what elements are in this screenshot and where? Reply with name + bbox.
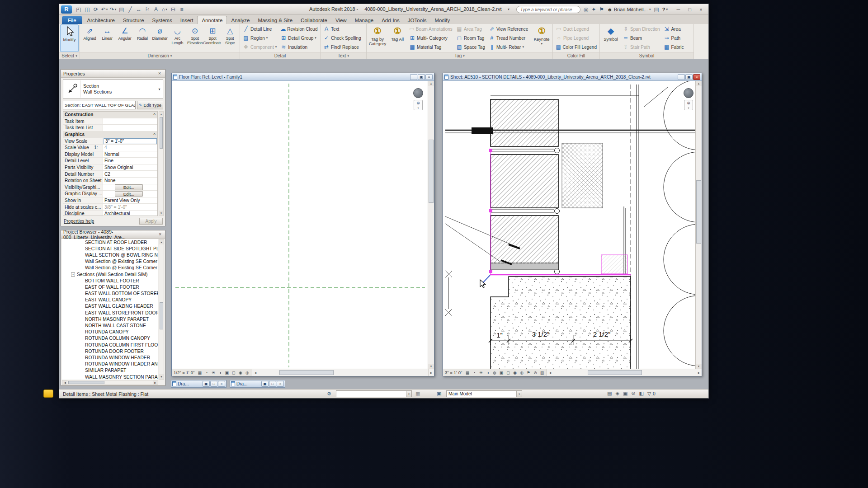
restore-icon[interactable]: ▣: [418, 74, 425, 80]
insulation-button[interactable]: ≋ Insulation: [278, 42, 319, 52]
exclude-options-icon[interactable]: ⊘: [631, 390, 635, 396]
design-options-status-icon[interactable]: ▣: [623, 390, 627, 396]
measure-icon[interactable]: ╱: [126, 5, 134, 14]
check-spelling-button[interactable]: ✓ Check Spelling: [321, 33, 365, 42]
scroll-down-icon[interactable]: ▼: [159, 374, 164, 379]
vertical-scrollbar[interactable]: ▲ ▼: [428, 81, 434, 369]
view-scale-button[interactable]: 1/2" = 1'-0": [174, 370, 194, 375]
aligned-dimension-icon[interactable]: ↔: [135, 5, 143, 14]
spot-elevation-button[interactable]: ⊙ Spot Elevation: [186, 24, 204, 52]
detail-level-icon[interactable]: ▦: [464, 370, 470, 375]
browser-hscrollbar[interactable]: ◀ ▶: [62, 380, 158, 385]
property-row[interactable]: Discipline Architectural ^: [63, 211, 157, 216]
floorplan-canvas[interactable]: ⊕ ▾ ▲ ▼ 1/2" = 1'-0" ▦◔☀◑▣◻◉◎: [172, 81, 434, 376]
property-row[interactable]: Show in Parent View Only ^: [63, 197, 157, 204]
text-icon[interactable]: A: [152, 5, 160, 14]
maximize-button[interactable]: □: [684, 5, 695, 14]
apply-button[interactable]: Apply: [139, 218, 163, 225]
scroll-up-icon[interactable]: ▲: [696, 81, 702, 86]
dimension-panel-label[interactable]: Dimension▾: [80, 52, 240, 59]
tab-file[interactable]: File: [62, 16, 82, 24]
browser-tree-item[interactable]: ROTUNDA CANOPY: [62, 329, 158, 335]
save-icon[interactable]: ◫: [83, 5, 91, 14]
filter-button[interactable]: ▽ :0: [647, 391, 656, 396]
tab-manage[interactable]: Manage: [351, 16, 378, 24]
help-menu[interactable]: ? ▾: [662, 7, 668, 12]
thin-lines-icon[interactable]: ≡: [178, 5, 186, 14]
close-icon[interactable]: ×: [156, 71, 163, 76]
path-symbol-button[interactable]: ⇝ Path: [662, 33, 686, 42]
tab-addins[interactable]: Add-Ins: [377, 16, 404, 24]
taskbar-icon-fragment[interactable]: [43, 389, 53, 398]
property-row[interactable]: Parts Visibility Show Original ^: [63, 164, 157, 171]
temporary-hide-icon[interactable]: ◉: [512, 370, 518, 375]
multi-category-button[interactable]: ⊞ Multi- Category: [407, 33, 454, 42]
crop-view-icon[interactable]: ▣: [498, 370, 504, 375]
scrollbar-thumb[interactable]: [696, 180, 701, 244]
property-row[interactable]: Detail Number C2 ^: [63, 171, 157, 178]
sun-path-icon[interactable]: ☀: [210, 370, 216, 375]
section-break-marks[interactable]: [445, 271, 452, 316]
horizontal-scrollbar[interactable]: ◀ ▶: [252, 369, 434, 376]
editable-only-icon[interactable]: ▤: [607, 390, 612, 396]
scrollbar-thumb[interactable]: [429, 140, 434, 203]
collapse-icon[interactable]: ^: [153, 132, 156, 136]
stair-path-button[interactable]: ⇧ Stair Path: [621, 42, 662, 52]
material-tag-button[interactable]: ▦ Material Tag: [407, 42, 454, 52]
gray-inactive-worksets-icon[interactable]: ▦: [415, 391, 420, 397]
worksets-icon[interactable]: ⚙: [327, 391, 331, 397]
scroll-right-icon[interactable]: ▶: [428, 369, 434, 376]
text-button[interactable]: A Text: [321, 24, 365, 33]
minimize-icon[interactable]: ─: [410, 74, 417, 80]
view-reference-button[interactable]: ⇗ View Reference: [487, 24, 530, 33]
scrollbar-thumb[interactable]: [160, 302, 163, 329]
edit-type-button[interactable]: ✎ Edit Type: [137, 101, 163, 109]
crop-view-icon[interactable]: ▣: [224, 370, 230, 375]
close-icon[interactable]: ×: [693, 74, 700, 80]
detail-group-button[interactable]: ⊞ Detail Group ▾: [278, 33, 319, 42]
sync-icon[interactable]: ⟳: [92, 5, 100, 14]
search-binoculars-icon[interactable]: ◎: [584, 6, 588, 13]
help-search-input[interactable]: [516, 6, 580, 13]
browser-tree-item[interactable]: ROTUNDA DOOR FOOTER: [62, 348, 158, 354]
restore-icon[interactable]: ▣: [685, 74, 693, 80]
tag-all-button[interactable]: ① Tag All: [387, 24, 407, 52]
notification-icon[interactable]: ⚑: [599, 6, 604, 13]
browser-tree-item[interactable]: ROTUNDA WINDOW HEADER: [62, 354, 158, 361]
tab-view[interactable]: View: [331, 16, 351, 24]
tab-structure[interactable]: Structure: [119, 16, 148, 24]
visual-style-icon[interactable]: ◔: [471, 370, 477, 375]
close-icon[interactable]: ×: [218, 381, 225, 387]
browser-tree-item[interactable]: NORTH WALL CAST STONE: [62, 322, 158, 328]
concrete-footing[interactable]: [491, 277, 631, 369]
scroll-right-icon[interactable]: ▶: [696, 369, 702, 376]
detail-level-icon[interactable]: ▦: [197, 370, 203, 375]
color-fill-legend-button[interactable]: ▤ Color Fill Legend: [554, 42, 599, 52]
minimized-drafting-window[interactable]: Dra... ▣ □ ×: [230, 380, 285, 388]
symbol-panel-label[interactable]: Symbol: [600, 52, 693, 59]
active-workset-combo[interactable]: ▾: [336, 390, 412, 397]
crop-visibility-icon[interactable]: ◻: [505, 370, 511, 375]
aligned-dimension-button[interactable]: ⇗ Aligned: [81, 24, 99, 52]
property-row[interactable]: Visibility/Graphi... Edit... ^: [63, 184, 157, 191]
worksharing-display-icon[interactable]: ⚑: [525, 370, 531, 375]
property-row[interactable]: Task Item List ^: [63, 125, 157, 131]
collapse-icon[interactable]: ^: [153, 113, 156, 117]
default-3d-view-icon[interactable]: ⌂▾: [160, 5, 169, 14]
browser-vscrollbar[interactable]: ▲ ▼: [159, 239, 164, 380]
tab-annotate[interactable]: Annotate: [197, 16, 227, 24]
text-panel-label[interactable]: Text▾: [321, 52, 366, 59]
detail-line-button[interactable]: ╱ Detail Line: [241, 24, 278, 33]
temporary-hide-icon[interactable]: ◉: [237, 370, 243, 375]
scroll-up-icon[interactable]: ▲: [159, 112, 163, 117]
restore-icon[interactable]: ▣: [203, 381, 210, 387]
tab-analyze[interactable]: Analyze: [227, 16, 254, 24]
browser-tree-item[interactable]: EAST WALL BOTTOM OF STOREFRONT: [62, 291, 158, 297]
restore-icon[interactable]: ▣: [261, 381, 269, 387]
scroll-left-icon[interactable]: ◀: [252, 369, 258, 376]
scrollbar-thumb[interactable]: [68, 381, 104, 384]
cmu-block-wall[interactable]: [491, 99, 560, 274]
property-row[interactable]: Rotation on Sheet None ^: [63, 178, 157, 184]
multi-rebar-button[interactable]: ∥ Multi- Rebar ▾: [487, 42, 530, 52]
property-row[interactable]: Hide at scales c... 3/8" = 1'-0" ^: [63, 204, 157, 211]
